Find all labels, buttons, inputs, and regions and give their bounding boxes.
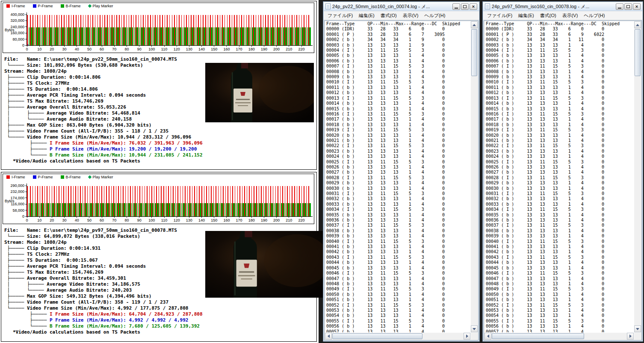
frame-bar [287,186,288,216]
menu-item-help[interactable]: ヘルプ(H) [581,11,608,20]
log-row: 00013 ( I ) 13 11 15 5 3 0 [486,96,634,101]
frame-bar [141,27,142,45]
tree-connector: │ └───── [4,116,47,122]
log-row: 00017 ( b ) 13 13 13 1 4 0 [326,117,470,122]
menu-item-view[interactable]: 表示(V) [400,11,422,20]
x-tick-label: 30 [62,47,67,51]
frame-bar [161,186,162,216]
frame-bar [151,27,152,45]
menu-item-view[interactable]: 表示(V) [559,11,581,20]
menu-item-format[interactable]: 書式(O) [378,11,400,20]
frame-bar [232,15,233,45]
legend-label: B-Frame [66,175,81,179]
x-tick-label: 90 [137,218,142,222]
chart-legend: I-FrameP-FrameB-FramePlay Marker [6,175,113,179]
log-row: 00021 ( b ) 13 13 13 1 4 0 [486,138,634,143]
vertical-scroll-thumb[interactable] [471,29,477,76]
frame-bar [290,27,291,45]
tree-connector [4,158,13,164]
horizontal-scroll-thumb[interactable] [492,333,584,339]
frame-bar [287,15,288,45]
frame-bar [106,186,107,216]
close-button[interactable]: × [633,3,641,10]
scroll-up-button[interactable] [471,21,478,28]
frame-bar [209,186,210,216]
frame-bar [242,203,243,216]
frame-bar [187,27,188,45]
frame-bar [253,203,254,216]
frame-bar [258,15,259,45]
x-tick-label: 110 [161,218,167,222]
frame-bar [39,203,40,216]
horizontal-scrollbar[interactable] [325,333,470,340]
tree-connector: │ ├───── [4,281,47,287]
maximize-button[interactable] [624,3,632,10]
frame-size-chart-2[interactable]: I-FrameP-FrameB-FramePlay Marker 290,000… [3,174,314,224]
horizontal-scrollbar[interactable] [484,333,634,340]
scroll-down-button[interactable] [471,325,478,332]
frame-bar [126,203,127,216]
log-text[interactable]: Frame--Type QP---Min---Max---Range---DC … [326,21,470,332]
frame-bar [292,186,292,216]
frame-bar [191,15,192,45]
menu-item-edit[interactable]: 編集(E) [356,11,378,20]
menu-item-edit[interactable]: 編集(E) [515,11,537,20]
tree-connector: └───── [4,62,27,68]
titlebar[interactable]: 24p_pv97_50mm_iso160_cin_00078.log - メ..… [483,2,642,11]
frame-bar [44,203,44,216]
frame-bar [119,203,120,216]
menu-item-file[interactable]: ファイル(F) [325,11,356,20]
log-client[interactable]: Frame--Type QP---Min---Max---Range---DC … [484,21,642,340]
frame-bar [279,203,280,216]
maximize-button[interactable] [461,3,469,10]
frame-bar [78,186,79,216]
frame-bar [112,15,112,45]
vertical-scrollbar[interactable] [634,21,641,332]
log-row: 00056 ( b ) 13 13 13 1 4 0 [326,324,470,329]
log-row: 00018 ( b ) 13 13 13 1 4 0 [486,122,634,127]
frame-bar [124,203,124,216]
frame-bar [116,15,117,45]
vertical-scrollbar[interactable] [471,21,478,332]
log-client[interactable]: Frame--Type QP---Min---Max---Range---DC … [324,21,479,340]
close-icon: × [635,4,638,9]
info-line: └───── Size: 64,899,072 Bytes (338,016 P… [4,234,203,240]
scroll-down-button[interactable] [634,325,641,332]
frame-bar [284,15,285,45]
scroll-left-button[interactable] [325,333,332,340]
frame-bar [91,203,92,216]
scroll-right-button[interactable] [627,333,634,340]
frame-bar [235,186,236,216]
menu-item-file[interactable]: ファイル(F) [484,11,515,20]
menu-item-format[interactable]: 書式(O) [537,11,559,20]
frame-bar [102,15,103,45]
frame-bar [135,27,136,45]
frame-bar [86,203,86,216]
log-text[interactable]: Frame--Type QP---Min---Max---Range---DC … [486,21,634,332]
scroll-left-button[interactable] [484,333,491,340]
frame-bar [249,27,250,45]
frame-bar [141,15,142,45]
horizontal-scroll-thumb[interactable] [332,333,422,339]
frame-bar [51,203,52,216]
vertical-scroll-thumb[interactable] [635,29,641,76]
y-tick-label: 320,000 [10,18,24,23]
frame-bar [294,186,295,216]
frame-bar [277,15,278,45]
close-button[interactable]: × [470,3,477,10]
frame-bar [229,15,230,45]
frame-bar [268,186,269,216]
frame-bar [246,203,247,216]
log-row: 00028 ( I ) 13 11 15 5 3 0 [486,175,634,180]
frame-bar [225,186,226,216]
frame-bar [73,15,74,45]
menu-item-help[interactable]: ヘルプ(H) [421,11,448,20]
minimize-button[interactable] [616,3,623,10]
frame-bar [132,203,133,216]
scroll-up-button[interactable] [634,21,641,28]
minimize-button[interactable] [452,3,460,10]
frame-size-chart-1[interactable]: I-FrameP-FrameB-FramePlay Marker 400,000… [3,3,314,53]
scroll-right-button[interactable] [464,333,470,340]
frame-bar [259,27,260,45]
titlebar[interactable]: 24p_pv22_50mm_iso160_cin_00074.log - メ..… [324,2,479,11]
